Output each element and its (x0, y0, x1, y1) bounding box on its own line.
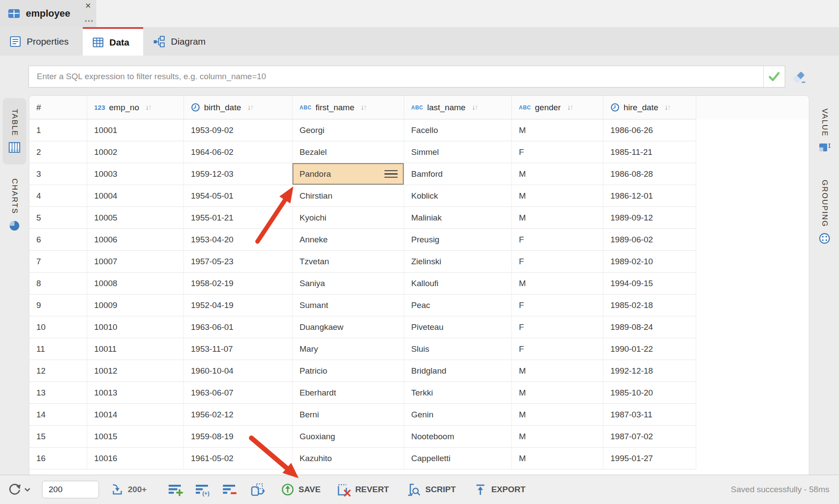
sidebar-item-grouping[interactable]: GROUPING (813, 170, 836, 255)
row-number-cell[interactable]: 4 (29, 185, 87, 207)
grid-cell[interactable]: M (512, 273, 603, 294)
grid-cell[interactable]: 1953-04-20 (184, 229, 293, 251)
grid-cell[interactable]: 10002 (87, 141, 184, 163)
tab-data[interactable]: Data (83, 27, 144, 56)
row-number-cell[interactable]: 13 (29, 382, 87, 404)
grid-cell[interactable]: 1989-02-10 (603, 251, 696, 273)
grid-cell[interactable]: 1954-05-01 (184, 185, 293, 207)
grid-cell[interactable]: Nooteboom (404, 426, 512, 448)
grid-cell[interactable]: M (512, 119, 603, 141)
grid-cell[interactable]: F (512, 251, 603, 273)
row-number-cell[interactable]: 11 (29, 338, 87, 360)
sort-icon[interactable]: ↓↑ (145, 104, 151, 111)
grid-cell[interactable]: 10014 (87, 404, 184, 426)
grid-cell[interactable]: 1986-12-01 (603, 185, 696, 207)
grid-cell[interactable]: 10006 (87, 229, 184, 251)
grid-cell[interactable]: Kazuhito (293, 448, 404, 469)
grid-cell[interactable]: Kyoichi (293, 207, 404, 229)
grid-cell[interactable]: 1995-01-27 (603, 448, 696, 469)
grid-cell[interactable]: 1986-06-26 (603, 119, 696, 141)
grid-cell[interactable]: 1964-06-02 (184, 141, 293, 163)
grid-cell[interactable]: F (512, 141, 603, 163)
grid-cell[interactable]: Sluis (404, 338, 512, 360)
grid-cell[interactable]: M (512, 404, 603, 426)
grid-cell[interactable]: 10010 (87, 316, 184, 338)
grid-cell[interactable]: Simmel (404, 141, 512, 163)
grid-cell[interactable]: Berni (293, 404, 404, 426)
grid-cell[interactable]: Piveteau (404, 316, 512, 338)
row-number-cell[interactable]: 1 (29, 119, 87, 141)
grid-cell[interactable]: 1963-06-07 (184, 382, 293, 404)
grid-cell[interactable]: 1953-09-02 (184, 119, 293, 141)
grid-cell[interactable]: 1959-12-03 (184, 163, 293, 185)
grid-cell[interactable]: F (512, 316, 603, 338)
grid-cell[interactable]: 1987-07-02 (603, 426, 696, 448)
save-button[interactable]: SAVE (281, 483, 321, 497)
grid-cell[interactable]: 1963-06-01 (184, 316, 293, 338)
grid-cell[interactable]: 1953-11-07 (184, 338, 293, 360)
grid-cell[interactable]: 10011 (87, 338, 184, 360)
row-number-cell[interactable]: 15 (29, 426, 87, 448)
grid-cell[interactable]: 1985-02-18 (603, 294, 696, 316)
tab-diagram[interactable]: Diagram (143, 27, 219, 56)
grid-cell[interactable]: 1989-06-02 (603, 229, 696, 251)
sidebar-item-table[interactable]: TABLE (3, 98, 26, 164)
grid-cell[interactable]: Anneke (293, 229, 404, 251)
sort-icon[interactable]: ↓↑ (472, 104, 477, 111)
grid-cell[interactable]: 1994-09-15 (603, 273, 696, 294)
revert-button[interactable]: REVERT (336, 482, 389, 497)
grid-cell[interactable]: Sumant (293, 294, 404, 316)
grid-cell[interactable]: Bezalel (293, 141, 404, 163)
grid-cell[interactable]: M (512, 448, 603, 469)
row-number-cell[interactable]: 3 (29, 163, 87, 185)
row-number-cell[interactable]: 6 (29, 229, 87, 251)
column-header-birth_date[interactable]: birth_date↓↑ (184, 96, 293, 119)
grid-cell[interactable]: Zielinski (404, 251, 512, 273)
grid-cell[interactable]: Bridgland (404, 360, 512, 382)
grid-cell[interactable]: Mary (293, 338, 404, 360)
overflow-dots-icon[interactable] (85, 20, 93, 22)
grid-cell[interactable]: Terkki (404, 382, 512, 404)
row-number-cell[interactable]: 14 (29, 404, 87, 426)
grid-cell[interactable]: F (512, 229, 603, 251)
grid-cell[interactable]: 10009 (87, 294, 184, 316)
grid-cell[interactable]: 1957-05-23 (184, 251, 293, 273)
grid-cell[interactable]: Facello (404, 119, 512, 141)
grid-cell[interactable]: F (512, 338, 603, 360)
grid-cell[interactable]: 1961-05-02 (184, 448, 293, 469)
column-header-hire_date[interactable]: hire_date↓↑ (603, 96, 696, 119)
refresh-grid-button[interactable] (250, 482, 266, 497)
grid-cell[interactable]: Saniya (293, 273, 404, 294)
sort-icon[interactable]: ↓↑ (247, 104, 253, 111)
row-number-cell[interactable]: 8 (29, 273, 87, 294)
grid-cell[interactable]: 1986-08-28 (603, 163, 696, 185)
grid-cell[interactable]: Tzvetan (293, 251, 404, 273)
clear-filter-button[interactable] (790, 68, 808, 86)
grid-cell[interactable]: Chirstian (293, 185, 404, 207)
grid-cell[interactable]: 10008 (87, 273, 184, 294)
grid-cell[interactable]: 1955-01-21 (184, 207, 293, 229)
grid-cell[interactable]: Georgi (293, 119, 404, 141)
grid-cell[interactable]: M (512, 163, 603, 185)
export-button[interactable]: EXPORT (473, 483, 525, 497)
column-header-last_name[interactable]: ABClast_name↓↑ (404, 96, 512, 119)
sort-icon[interactable]: ↓↑ (664, 104, 670, 111)
grid-cell[interactable]: 10013 (87, 382, 184, 404)
grid-cell[interactable]: M (512, 426, 603, 448)
grid-cell[interactable]: 1989-09-12 (603, 207, 696, 229)
refresh-button[interactable] (7, 482, 31, 497)
grid-cell[interactable]: 10012 (87, 360, 184, 382)
grid-cell[interactable]: 1960-10-04 (184, 360, 293, 382)
grid-cell[interactable]: Duangkaew (293, 316, 404, 338)
hamburger-icon[interactable] (384, 170, 398, 178)
grid-cell[interactable]: M (512, 185, 603, 207)
column-header-rownum[interactable]: # (29, 96, 87, 119)
grid-cell[interactable]: Cappelletti (404, 448, 512, 469)
sidebar-item-value[interactable]: VALUE (813, 99, 836, 163)
fetch-next-page-button[interactable]: 200+ (110, 483, 147, 497)
row-number-cell[interactable]: 2 (29, 141, 87, 163)
grid-cell[interactable]: F (512, 294, 603, 316)
grid-cell[interactable]: 1959-08-19 (184, 426, 293, 448)
row-number-cell[interactable]: 5 (29, 207, 87, 229)
selected-cell[interactable]: Pandora (293, 163, 404, 185)
